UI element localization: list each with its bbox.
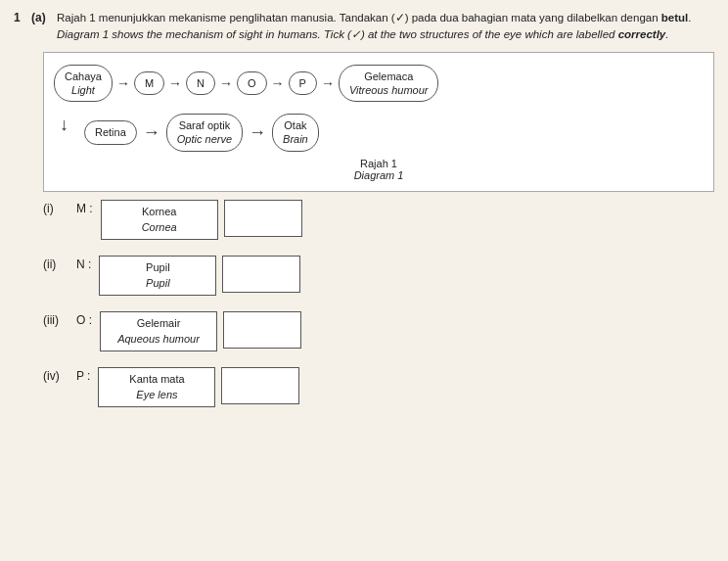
question-text-ms: Rajah 1 menunjukkan mekanisme penglihata…: [57, 12, 691, 23]
roman-ii: (ii): [43, 256, 70, 271]
label-box-M: Kornea Cornea: [101, 200, 218, 240]
tick-box-N[interactable]: [222, 256, 300, 293]
node-light-en: Light: [71, 84, 95, 96]
question-header: 1 (a) Rajah 1 menunjukkan mekanisme peng…: [14, 10, 714, 44]
tick-box-P[interactable]: [221, 367, 299, 404]
arrow-1: →: [116, 76, 130, 90]
arrow-6: →: [143, 123, 160, 141]
question-text-en: Diagram 1 shows the mechanism of sight i…: [57, 28, 668, 40]
label-eyelens-ms: Kanta mata: [129, 371, 184, 388]
node-retina: Retina: [84, 120, 137, 144]
node-optic-ms: Saraf optik: [179, 119, 231, 131]
node-vitreous: Gelemaca Vitreous humour: [339, 65, 439, 103]
answer-row-i: (i) M : Kornea Cornea: [43, 200, 714, 240]
flow-row-1: Cahaya Light → M → N → O → P → Gelemaca …: [54, 65, 704, 103]
node-O: O: [237, 71, 267, 95]
diagram-label: Rajah 1 Diagram 1: [54, 158, 704, 181]
label-pupil-ms: Pupil: [146, 259, 169, 276]
diagram-label-ms: Rajah 1: [360, 158, 397, 169]
node-light-ms: Cahaya: [65, 70, 102, 82]
label-eyelens-en: Eye lens: [136, 387, 177, 403]
label-box-N: Pupil Pupil: [99, 256, 216, 296]
label-box-P: Kanta mata Eye lens: [98, 367, 215, 407]
node-optic-en: Optic nerve: [177, 133, 232, 145]
arrow-5: →: [321, 76, 335, 90]
roman-iv: (iv): [43, 367, 70, 383]
node-brain-ms: Otak: [284, 119, 306, 131]
node-brain: Otak Brain: [272, 114, 319, 152]
letter-P: P :: [76, 367, 90, 383]
arrow-down: ↓: [60, 116, 68, 133]
node-N: N: [186, 71, 215, 95]
answers-section: (i) M : Kornea Cornea (ii) N : Pupil Pup…: [43, 200, 714, 407]
arrow-3: →: [219, 76, 233, 90]
question-number: 1: [14, 10, 25, 44]
roman-iii: (iii): [43, 311, 70, 327]
roman-i: (i): [43, 200, 70, 215]
question-text: Rajah 1 menunjukkan mekanisme penglihata…: [57, 10, 714, 44]
label-pupil-en: Pupil: [146, 275, 169, 292]
label-kornea-en: Cornea: [142, 219, 177, 236]
node-M: M: [134, 71, 164, 95]
letter-O: O :: [76, 311, 92, 327]
letter-N: N :: [76, 256, 91, 271]
diagram-label-en: Diagram 1: [354, 169, 404, 181]
label-kornea-ms: Kornea: [142, 204, 176, 220]
node-brain-en: Brain: [283, 133, 308, 145]
label-gelemair-ms: Gelemair: [137, 315, 181, 332]
answer-row-iii: (iii) O : Gelemair Aqueous humour: [43, 311, 714, 351]
label-gelemair-en: Aqueous humour: [117, 331, 200, 348]
node-optic: Saraf optik Optic nerve: [166, 114, 243, 152]
node-P: P: [289, 71, 317, 95]
tick-box-O[interactable]: [223, 311, 301, 349]
arrow-4: →: [271, 76, 285, 90]
letter-M: M :: [76, 200, 93, 215]
answer-row-ii: (ii) N : Pupil Pupil: [43, 256, 714, 296]
question-letter: (a): [31, 10, 51, 44]
tick-box-M[interactable]: [224, 200, 302, 237]
label-box-O: Gelemair Aqueous humour: [100, 311, 217, 351]
arrow-7: →: [249, 123, 266, 141]
node-vitreous-ms: Gelemaca: [364, 70, 413, 82]
flow-row-2: Retina → Saraf optik Optic nerve → Otak …: [84, 114, 319, 152]
arrow-2: →: [168, 76, 182, 90]
diagram-container: Cahaya Light → M → N → O → P → Gelemaca …: [43, 52, 714, 192]
node-vitreous-en: Vitreous humour: [349, 84, 429, 96]
node-light: Cahaya Light: [54, 65, 113, 103]
answer-row-iv: (iv) P : Kanta mata Eye lens: [43, 367, 714, 407]
